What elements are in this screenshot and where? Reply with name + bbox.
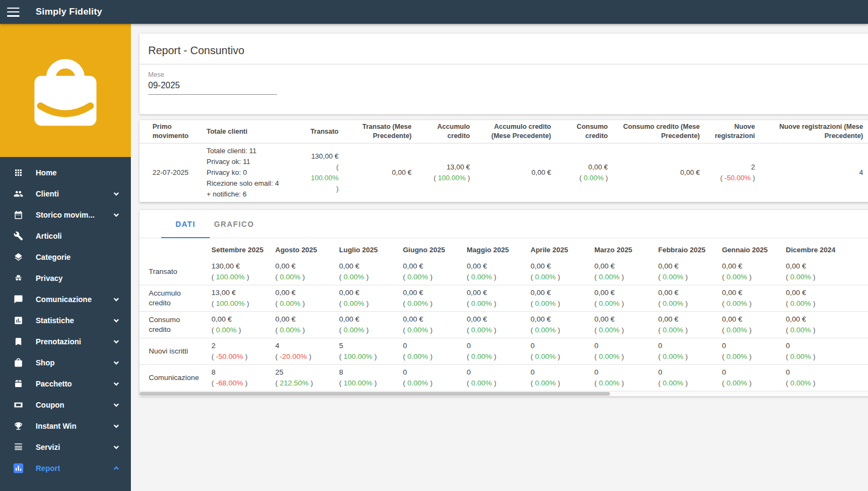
sidebar-item-shop[interactable]: Shop	[0, 352, 131, 373]
chevron-down-icon	[112, 317, 120, 324]
summary-table-card: Primo movimentoTotale clientiTransatoTra…	[140, 120, 868, 202]
monthly-cell: 0( 0.00% )	[399, 338, 462, 364]
summary-header-transato: Transato	[291, 120, 343, 143]
monthly-cell: 0,00 €( 0.00% )	[526, 285, 590, 311]
list-icon	[13, 442, 24, 453]
sidebar-item-servizi[interactable]: Servizi	[0, 436, 131, 457]
tab-dati[interactable]: DATI	[161, 210, 210, 238]
summary-cell-nuove: 2( -50.00% )	[704, 143, 759, 202]
monthly-cell: 0,00 €( 0.00% )	[271, 285, 335, 311]
monthly-cell: 0( 0.00% )	[590, 338, 654, 364]
summary-header-consumo-prec: Consumo credito (Mese Precedente)	[612, 120, 704, 143]
sidebar-item-label: Servizi	[36, 443, 112, 451]
sidebar-item-prenotazioni[interactable]: Prenotazioni	[0, 331, 131, 352]
mese-field: Mese	[140, 64, 868, 114]
monthly-cell: 0( 0.00% )	[590, 365, 654, 391]
monthly-header-aprile-2025: Aprile 2025	[526, 238, 590, 259]
tab-grafico[interactable]: GRAFICO	[210, 210, 259, 238]
report-chart-icon	[13, 463, 24, 474]
summary-header-accumulo: Accumulo credito	[416, 120, 474, 143]
summary-cell-consumo-prec: 0,00 €	[612, 143, 704, 202]
monthly-cell: 0,00 €( 0.00% )	[271, 312, 335, 338]
sidebar-item-clienti[interactable]: Clienti	[0, 183, 131, 204]
sidebar-item-categorie[interactable]: Categorie	[0, 246, 131, 267]
monthly-table-card: DATI GRAFICO Settembre 2025Agosto 2025Lu…	[140, 210, 868, 396]
sidebar-item-label: Instant Win	[36, 422, 112, 430]
monthly-cell: 0( 0.00% )	[781, 365, 845, 391]
monthly-cell: 25( 212.50% )	[271, 365, 335, 391]
shopping-bag-icon	[13, 357, 24, 368]
sidebar-item-pacchetto[interactable]: Pacchetto	[0, 373, 131, 394]
bookmark-icon	[13, 336, 24, 347]
mese-input[interactable]	[148, 80, 277, 95]
monthly-cell: 0,00 €( 0.00% )	[335, 259, 399, 285]
chevron-up-icon	[112, 464, 120, 472]
sidebar-item-statistiche[interactable]: Statistiche	[0, 310, 131, 331]
wrench-icon	[13, 231, 24, 241]
summary-header-row: Primo movimentoTotale clientiTransatoTra…	[140, 120, 868, 143]
monthly-header-spacer	[148, 238, 207, 259]
summary-cell-totale-clienti: Totale clienti: 11Privacy ok: 11Privacy …	[202, 143, 291, 202]
sidebar-item-label: Shop	[36, 358, 112, 367]
sidebar-item-label: Clienti	[36, 189, 112, 198]
mese-label: Mese	[148, 71, 868, 78]
monthly-cell: 0,00 €( 0.00% )	[718, 312, 781, 338]
chevron-down-icon	[112, 443, 120, 451]
sidebar-item-label: Categorie	[36, 253, 120, 261]
monthly-cell: 4( -20.00% )	[271, 338, 335, 364]
monthly-cell: 0,00 €( 0.00% )	[335, 312, 399, 338]
sidebar-item-coupon[interactable]: Coupon	[0, 394, 131, 415]
summary-cell-transato: 130,00 €(100.00%)	[291, 143, 343, 202]
summary-data-row: 22-07-2025Totale clienti: 11Privacy ok: …	[140, 143, 868, 202]
sidebar: HomeClientiStorico movim...ArticoliCateg…	[0, 24, 131, 491]
page-title: Report - Consuntivo	[140, 34, 868, 64]
sidebar-item-comunicazione[interactable]: Comunicazione	[0, 289, 131, 310]
sidebar-item-label: Statistiche	[36, 316, 112, 325]
sidebar-item-storico-movim[interactable]: Storico movim...	[0, 204, 131, 225]
monthly-cell: 0,00 €( 0.00% )	[335, 285, 399, 311]
menu-icon[interactable]	[7, 8, 19, 17]
summary-header-consumo: Consumo credito	[555, 120, 612, 143]
summary-header-accumulo-prec: Accumulo credito (Mese Precedente)	[474, 120, 555, 143]
monthly-row-label: Comunicazione	[148, 365, 207, 391]
horizontal-scrollbar-thumb[interactable]	[140, 392, 610, 396]
main-content: Report - Consuntivo Mese Primo movimento…	[131, 24, 868, 491]
sidebar-item-label: Report	[36, 464, 112, 473]
monthly-cell: 0,00 €( 0.00% )	[526, 259, 590, 285]
monthly-cell: 0,00 €( 0.00% )	[781, 259, 845, 285]
sidebar-item-home[interactable]: Home	[0, 162, 131, 183]
sidebar-item-report[interactable]: Report	[0, 457, 131, 479]
summary-cell-accumulo: 13,00 €( 100.00% )	[416, 143, 474, 202]
sidebar-item-label: Prenotazioni	[36, 337, 112, 346]
monthly-cell: 0( 0.00% )	[399, 365, 462, 391]
chevron-down-icon	[112, 190, 120, 198]
table-row-accumulo-credito: Accumulo credito13,00 €( 100.00% )0,00 €…	[140, 285, 868, 312]
horizontal-scrollbar	[140, 391, 868, 396]
monthly-cell: 0,00 €( 0.00% )	[399, 285, 462, 311]
monthly-cell: 0,00 €( 0.00% )	[462, 312, 526, 338]
sidebar-item-articoli[interactable]: Articoli	[0, 225, 131, 246]
bar-chart-icon	[13, 315, 24, 326]
monthly-header-agosto-2025: Agosto 2025	[271, 238, 335, 259]
monthly-row-label: Nuovi iscritti	[148, 338, 207, 364]
incognito-icon	[13, 273, 24, 284]
monthly-cell: 0,00 €( 0.00% )	[718, 285, 781, 311]
monthly-cell: 0( 0.00% )	[462, 338, 526, 364]
chat-icon	[13, 294, 24, 305]
app-title: Simply Fidelity	[36, 6, 102, 17]
summary-cell-nuove-prec: 4	[759, 143, 867, 202]
monthly-cell: 0,00 €( 0.00% )	[781, 285, 845, 311]
monthly-cell: 0,00 €( 0.00% )	[654, 312, 718, 338]
summary-cell-transato-prec: 0,00 €	[343, 143, 416, 202]
people-icon	[13, 188, 24, 199]
monthly-cell: 0,00 €( 0.00% )	[462, 259, 526, 285]
sidebar-item-instant-win[interactable]: Instant Win	[0, 415, 131, 436]
table-row-consumo-credito: Consumo credito0,00 €( 0.00% )0,00 €( 0.…	[140, 312, 868, 338]
monthly-cell: 5( 100.00% )	[335, 338, 399, 364]
sidebar-item-label: Pacchetto	[36, 379, 112, 388]
sidebar-item-privacy[interactable]: Privacy	[0, 267, 131, 289]
monthly-cell: 0( 0.00% )	[462, 365, 526, 391]
monthly-cell: 0( 0.00% )	[718, 338, 781, 364]
chevron-down-icon	[112, 380, 120, 388]
monthly-cell: 0,00 €( 0.00% )	[462, 285, 526, 311]
